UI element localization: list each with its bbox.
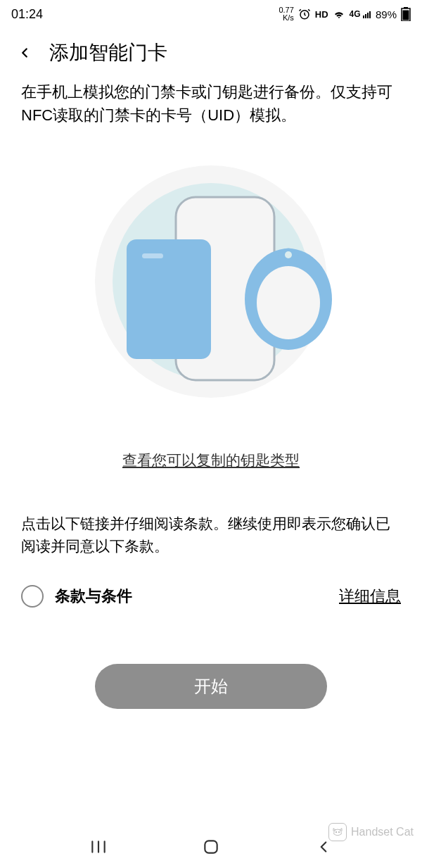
status-time: 01:24 <box>11 7 43 22</box>
illustration <box>21 155 401 408</box>
svg-rect-17 <box>205 841 217 853</box>
key-types-link[interactable]: 查看您可以复制的钥匙类型 <box>21 451 401 470</box>
recents-button[interactable] <box>84 833 113 861</box>
terms-label: 条款与条件 <box>55 586 132 607</box>
main-content: 在手机上模拟您的门禁卡或门钥匙进行备份。仅支持可NFC读取的门禁卡的卡号（UID… <box>0 80 422 709</box>
back-button[interactable] <box>14 42 35 63</box>
description-text: 在手机上模拟您的门禁卡或门钥匙进行备份。仅支持可NFC读取的门禁卡的卡号（UID… <box>21 80 401 127</box>
header: 添加智能门卡 <box>0 28 422 80</box>
wifi-icon <box>333 8 345 20</box>
details-link[interactable]: 详细信息 <box>339 586 401 607</box>
svg-point-11 <box>285 251 292 258</box>
battery-icon <box>401 7 411 21</box>
start-button[interactable]: 开始 <box>95 664 327 709</box>
network-indicator: 4G <box>350 9 371 19</box>
alarm-icon <box>298 8 311 20</box>
battery-percent: 89% <box>376 8 397 20</box>
network-speed: 0.77 K/s <box>279 6 293 22</box>
svg-point-10 <box>257 266 320 339</box>
terms-instruction: 点击以下链接并仔细阅读条款。继续使用即表示您确认已阅读并同意以下条款。 <box>21 512 401 557</box>
page-title: 添加智能门卡 <box>49 39 167 66</box>
hd-indicator: HD <box>315 9 328 20</box>
terms-checkbox[interactable] <box>21 585 44 608</box>
back-nav-button[interactable] <box>309 833 338 861</box>
status-icons: 0.77 K/s HD 4G 89% <box>279 6 411 22</box>
svg-rect-7 <box>127 239 211 359</box>
navigation-bar <box>0 826 422 868</box>
status-bar: 01:24 0.77 K/s HD 4G 89% <box>0 0 422 28</box>
svg-rect-3 <box>403 11 409 20</box>
terms-row: 条款与条件 详细信息 <box>21 585 401 608</box>
home-button[interactable] <box>197 833 225 861</box>
svg-rect-8 <box>142 253 163 258</box>
